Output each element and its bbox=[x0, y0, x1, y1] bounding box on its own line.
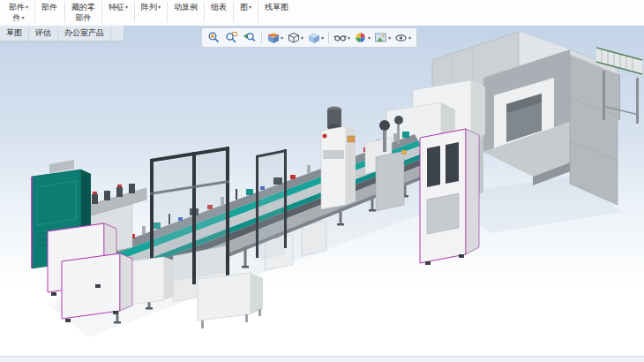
assembly-model[interactable] bbox=[0, 26, 644, 362]
ribbon-separator bbox=[258, 2, 258, 22]
display-style-button[interactable]: ▾ bbox=[306, 31, 325, 44]
dropdown-caret-icon: ▾ bbox=[321, 35, 324, 41]
ribbon-separator bbox=[167, 2, 168, 22]
display-style-icon bbox=[307, 31, 320, 44]
ribbon-separator bbox=[101, 2, 102, 22]
heads-up-view-toolbar: ▾ ▾ ▾ ▾ ▾ ▾ ▾ bbox=[201, 27, 417, 48]
ribbon-label: 件 bbox=[13, 12, 21, 23]
ribbon-item-show-hidden-components[interactable]: 藏的零 部件 bbox=[66, 2, 101, 23]
tab-label: 草图 bbox=[6, 27, 22, 39]
ribbon-item-assembly-features[interactable]: 特征▾ bbox=[103, 2, 133, 23]
ribbon-item-motion-study[interactable]: 动算例 bbox=[168, 2, 203, 23]
tab-label: 办公室产品 bbox=[64, 27, 104, 39]
table-box[interactable] bbox=[198, 273, 263, 328]
zoom-to-area-icon bbox=[225, 31, 238, 44]
ribbon-label: 线草图 bbox=[265, 2, 288, 12]
view-orientation-icon bbox=[287, 31, 300, 44]
ribbon-label: 细表 bbox=[211, 2, 227, 12]
dropdown-caret-icon: ▾ bbox=[368, 35, 371, 41]
ribbon-item-explode-line-sketch[interactable]: 线草图 bbox=[259, 2, 294, 23]
hide-show-items-button[interactable]: ▾ bbox=[333, 31, 351, 44]
command-manager-ribbon: 部件▾ 件▾ 部件 藏的零 部件 特征▾ 阵列▾ 动算例 细表 bbox=[0, 0, 644, 28]
dropdown-caret-icon: ▾ bbox=[388, 35, 391, 41]
apply-scene-icon bbox=[374, 31, 387, 44]
ribbon-separator bbox=[134, 2, 135, 22]
ribbon-label: 部件 bbox=[9, 2, 25, 12]
dropdown-caret-icon: ▾ bbox=[26, 4, 28, 10]
status-bar bbox=[0, 356, 644, 362]
zoom-to-fit-button[interactable] bbox=[206, 31, 222, 44]
dropdown-caret-icon: ▾ bbox=[125, 4, 128, 10]
solidworks-window: 部件▾ 件▾ 部件 藏的零 部件 特征▾ 阵列▾ 动算例 细表 bbox=[0, 0, 644, 362]
dropdown-caret-icon: ▾ bbox=[281, 35, 283, 41]
command-manager-tabs: 草图 评估 办公室产品 bbox=[0, 26, 124, 41]
view-orientation-button[interactable]: ▾ bbox=[286, 31, 304, 44]
ribbon-separator bbox=[204, 2, 205, 22]
dropdown-caret-icon: ▾ bbox=[158, 4, 161, 10]
dropdown-caret-icon: ▾ bbox=[301, 35, 303, 41]
edit-appearance-button[interactable]: ▾ bbox=[353, 31, 371, 44]
small-white-box[interactable] bbox=[129, 257, 174, 305]
previous-view-button[interactable] bbox=[242, 31, 258, 44]
ribbon-item-move-component[interactable]: 部件 bbox=[36, 2, 64, 23]
hide-show-items-icon bbox=[333, 31, 347, 44]
hud-separator bbox=[261, 32, 262, 43]
apply-scene-button[interactable]: ▾ bbox=[373, 31, 392, 44]
right-end-conveyor[interactable] bbox=[596, 48, 642, 124]
tab-evaluate[interactable]: 评估 bbox=[29, 26, 58, 41]
zoom-to-fit-icon bbox=[207, 31, 221, 44]
second-frame[interactable] bbox=[256, 149, 287, 260]
ribbon-item-bill-of-materials[interactable]: 细表 bbox=[206, 2, 232, 23]
ribbon-item-component-pattern[interactable]: 阵列▾ bbox=[136, 2, 166, 23]
dropdown-caret-icon: ▾ bbox=[408, 35, 411, 41]
graphics-viewport[interactable] bbox=[0, 26, 644, 362]
ribbon-label: 阵列 bbox=[141, 2, 157, 12]
section-view-icon bbox=[266, 31, 280, 44]
zoom-to-area-button[interactable] bbox=[224, 31, 240, 44]
ribbon-item-exploded-view[interactable]: 图▾ bbox=[235, 2, 257, 23]
view-settings-icon bbox=[394, 31, 408, 44]
tab-sketch[interactable]: 草图 bbox=[0, 26, 29, 41]
ribbon-label: 部件 bbox=[41, 2, 57, 12]
ribbon-separator bbox=[233, 2, 234, 22]
view-settings-button[interactable]: ▾ bbox=[393, 31, 412, 44]
ribbon-label: 图 bbox=[240, 2, 248, 12]
mid-column-station[interactable] bbox=[321, 107, 356, 210]
edit-appearance-icon bbox=[354, 31, 367, 44]
tab-office-products[interactable]: 办公室产品 bbox=[58, 26, 111, 41]
ribbon-item-insert-component[interactable]: 部件▾ 件▾ bbox=[4, 2, 34, 23]
dropdown-caret-icon: ▾ bbox=[249, 4, 251, 10]
ribbon-label: 部件 bbox=[76, 12, 92, 23]
section-view-button[interactable]: ▾ bbox=[266, 31, 284, 44]
purple-cabinet-right[interactable] bbox=[420, 129, 479, 265]
previous-view-icon bbox=[243, 31, 256, 44]
ribbon-label: 特征 bbox=[109, 2, 124, 12]
dropdown-caret-icon: ▾ bbox=[22, 15, 25, 20]
ribbon-separator bbox=[64, 2, 65, 22]
ribbon-separator bbox=[34, 2, 35, 22]
ribbon-label: 动算例 bbox=[174, 2, 198, 12]
tab-label: 评估 bbox=[35, 27, 51, 39]
dropdown-caret-icon: ▾ bbox=[348, 35, 350, 41]
ribbon-label: 藏的零 bbox=[71, 2, 95, 12]
hud-separator bbox=[328, 32, 329, 43]
